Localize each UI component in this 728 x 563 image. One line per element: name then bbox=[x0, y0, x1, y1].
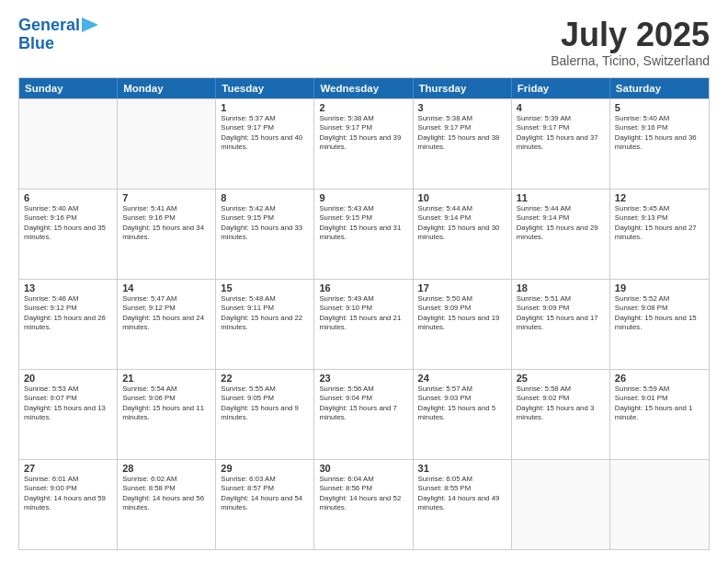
calendar-cell: 6Sunrise: 5:40 AMSunset: 9:16 PMDaylight… bbox=[19, 190, 118, 279]
calendar-cell bbox=[118, 99, 216, 189]
day-info: Sunrise: 6:02 AMSunset: 8:58 PMDaylight:… bbox=[122, 475, 210, 513]
calendar-cell: 2Sunrise: 5:38 AMSunset: 9:17 PMDaylight… bbox=[314, 99, 413, 189]
calendar-cell bbox=[19, 99, 118, 189]
day-number: 9 bbox=[319, 192, 407, 203]
day-number: 25 bbox=[517, 373, 605, 384]
calendar-row: 1Sunrise: 5:37 AMSunset: 9:17 PMDaylight… bbox=[19, 98, 709, 189]
cal-header-day: Friday bbox=[512, 78, 610, 98]
calendar-row: 27Sunrise: 6:01 AMSunset: 9:00 PMDayligh… bbox=[19, 459, 709, 549]
day-number: 21 bbox=[122, 373, 210, 384]
day-number: 5 bbox=[615, 102, 704, 113]
calendar-cell: 25Sunrise: 5:58 AMSunset: 9:02 PMDayligh… bbox=[512, 370, 610, 459]
calendar-row: 6Sunrise: 5:40 AMSunset: 9:16 PMDaylight… bbox=[19, 189, 709, 279]
day-number: 27 bbox=[24, 463, 112, 474]
calendar-cell: 20Sunrise: 5:53 AMSunset: 9:07 PMDayligh… bbox=[19, 370, 118, 459]
calendar-cell: 24Sunrise: 5:57 AMSunset: 9:03 PMDayligh… bbox=[414, 370, 512, 459]
calendar-cell: 8Sunrise: 5:42 AMSunset: 9:15 PMDaylight… bbox=[216, 190, 314, 279]
calendar-cell bbox=[610, 460, 709, 549]
day-number: 15 bbox=[221, 282, 309, 293]
calendar-cell: 5Sunrise: 5:40 AMSunset: 9:16 PMDaylight… bbox=[610, 99, 709, 189]
calendar-cell: 12Sunrise: 5:45 AMSunset: 9:13 PMDayligh… bbox=[610, 190, 709, 279]
day-number: 31 bbox=[418, 463, 506, 474]
day-number: 6 bbox=[24, 192, 112, 203]
day-number: 18 bbox=[517, 282, 605, 293]
logo-blue: Blue bbox=[18, 35, 54, 53]
calendar-cell: 17Sunrise: 5:50 AMSunset: 9:09 PMDayligh… bbox=[414, 280, 512, 369]
day-info: Sunrise: 5:46 AMSunset: 9:12 PMDaylight:… bbox=[24, 294, 112, 333]
logo-text: General bbox=[18, 17, 80, 35]
day-number: 22 bbox=[221, 373, 309, 384]
day-info: Sunrise: 5:37 AMSunset: 9:17 PMDaylight:… bbox=[221, 114, 309, 153]
day-info: Sunrise: 5:47 AMSunset: 9:12 PMDaylight:… bbox=[122, 294, 210, 333]
day-number: 10 bbox=[418, 192, 506, 203]
day-info: Sunrise: 5:55 AMSunset: 9:05 PMDaylight:… bbox=[221, 385, 309, 423]
day-number: 28 bbox=[122, 463, 210, 474]
calendar-cell: 1Sunrise: 5:37 AMSunset: 9:17 PMDaylight… bbox=[216, 99, 314, 189]
calendar-cell: 30Sunrise: 6:04 AMSunset: 8:56 PMDayligh… bbox=[314, 460, 413, 549]
calendar-cell: 3Sunrise: 5:38 AMSunset: 9:17 PMDaylight… bbox=[414, 99, 512, 189]
cal-header-day: Saturday bbox=[610, 78, 709, 98]
day-info: Sunrise: 5:39 AMSunset: 9:17 PMDaylight:… bbox=[517, 114, 605, 153]
title-block: July 2025 Balerna, Ticino, Switzerland bbox=[551, 17, 710, 68]
cal-header-day: Sunday bbox=[19, 78, 118, 98]
day-number: 12 bbox=[615, 192, 704, 203]
calendar-row: 13Sunrise: 5:46 AMSunset: 9:12 PMDayligh… bbox=[19, 279, 709, 369]
day-info: Sunrise: 5:44 AMSunset: 9:14 PMDaylight:… bbox=[418, 204, 506, 243]
svg-marker-0 bbox=[82, 17, 98, 32]
calendar-cell: 28Sunrise: 6:02 AMSunset: 8:58 PMDayligh… bbox=[118, 460, 216, 549]
day-info: Sunrise: 5:49 AMSunset: 9:10 PMDaylight:… bbox=[319, 294, 407, 333]
day-number: 3 bbox=[418, 102, 506, 113]
day-info: Sunrise: 5:41 AMSunset: 9:16 PMDaylight:… bbox=[122, 204, 210, 243]
calendar: SundayMondayTuesdayWednesdayThursdayFrid… bbox=[18, 77, 710, 550]
calendar-cell: 9Sunrise: 5:43 AMSunset: 9:15 PMDaylight… bbox=[314, 190, 413, 279]
cal-header-day: Wednesday bbox=[314, 78, 413, 98]
day-number: 8 bbox=[221, 192, 309, 203]
day-info: Sunrise: 5:54 AMSunset: 9:06 PMDaylight:… bbox=[122, 385, 210, 423]
day-number: 24 bbox=[418, 373, 506, 384]
day-info: Sunrise: 5:50 AMSunset: 9:09 PMDaylight:… bbox=[418, 294, 506, 333]
day-number: 17 bbox=[418, 282, 506, 293]
day-info: Sunrise: 5:53 AMSunset: 9:07 PMDaylight:… bbox=[24, 385, 112, 423]
day-number: 13 bbox=[24, 282, 112, 293]
day-number: 23 bbox=[319, 373, 407, 384]
day-info: Sunrise: 5:58 AMSunset: 9:02 PMDaylight:… bbox=[517, 385, 605, 423]
logo: General Blue bbox=[18, 17, 98, 53]
calendar-row: 20Sunrise: 5:53 AMSunset: 9:07 PMDayligh… bbox=[19, 369, 709, 459]
calendar-cell: 4Sunrise: 5:39 AMSunset: 9:17 PMDaylight… bbox=[512, 99, 610, 189]
cal-header-day: Thursday bbox=[414, 78, 512, 98]
calendar-header: SundayMondayTuesdayWednesdayThursdayFrid… bbox=[19, 78, 709, 98]
day-number: 7 bbox=[122, 192, 210, 203]
location: Balerna, Ticino, Switzerland bbox=[551, 53, 710, 68]
day-info: Sunrise: 5:51 AMSunset: 9:09 PMDaylight:… bbox=[517, 294, 605, 333]
logo-general: General bbox=[18, 16, 80, 34]
calendar-cell: 7Sunrise: 5:41 AMSunset: 9:16 PMDaylight… bbox=[118, 190, 216, 279]
calendar-cell bbox=[512, 460, 610, 549]
calendar-body: 1Sunrise: 5:37 AMSunset: 9:17 PMDaylight… bbox=[19, 98, 709, 549]
day-info: Sunrise: 6:04 AMSunset: 8:56 PMDaylight:… bbox=[319, 475, 407, 513]
day-number: 14 bbox=[122, 282, 210, 293]
calendar-cell: 19Sunrise: 5:52 AMSunset: 9:08 PMDayligh… bbox=[610, 280, 709, 369]
calendar-cell: 31Sunrise: 6:05 AMSunset: 8:55 PMDayligh… bbox=[414, 460, 512, 549]
day-info: Sunrise: 5:43 AMSunset: 9:15 PMDaylight:… bbox=[319, 204, 407, 243]
day-info: Sunrise: 5:44 AMSunset: 9:14 PMDaylight:… bbox=[517, 204, 605, 243]
day-number: 16 bbox=[319, 282, 407, 293]
calendar-cell: 11Sunrise: 5:44 AMSunset: 9:14 PMDayligh… bbox=[512, 190, 610, 279]
day-info: Sunrise: 5:45 AMSunset: 9:13 PMDaylight:… bbox=[615, 204, 704, 243]
day-info: Sunrise: 5:38 AMSunset: 9:17 PMDaylight:… bbox=[418, 114, 506, 153]
calendar-cell: 26Sunrise: 5:59 AMSunset: 9:01 PMDayligh… bbox=[610, 370, 709, 459]
calendar-cell: 23Sunrise: 5:56 AMSunset: 9:04 PMDayligh… bbox=[314, 370, 413, 459]
calendar-cell: 21Sunrise: 5:54 AMSunset: 9:06 PMDayligh… bbox=[118, 370, 216, 459]
cal-header-day: Monday bbox=[118, 78, 216, 98]
day-number: 26 bbox=[615, 373, 704, 384]
day-info: Sunrise: 6:01 AMSunset: 9:00 PMDaylight:… bbox=[24, 475, 112, 513]
day-number: 30 bbox=[319, 463, 407, 474]
day-info: Sunrise: 5:38 AMSunset: 9:17 PMDaylight:… bbox=[319, 114, 407, 153]
day-number: 11 bbox=[517, 192, 605, 203]
calendar-cell: 14Sunrise: 5:47 AMSunset: 9:12 PMDayligh… bbox=[118, 280, 216, 369]
day-number: 29 bbox=[221, 463, 309, 474]
calendar-cell: 15Sunrise: 5:48 AMSunset: 9:11 PMDayligh… bbox=[216, 280, 314, 369]
day-number: 19 bbox=[615, 282, 704, 293]
logo-arrow-icon bbox=[82, 17, 98, 32]
calendar-cell: 29Sunrise: 6:03 AMSunset: 8:57 PMDayligh… bbox=[216, 460, 314, 549]
day-info: Sunrise: 5:52 AMSunset: 9:08 PMDaylight:… bbox=[615, 294, 704, 333]
